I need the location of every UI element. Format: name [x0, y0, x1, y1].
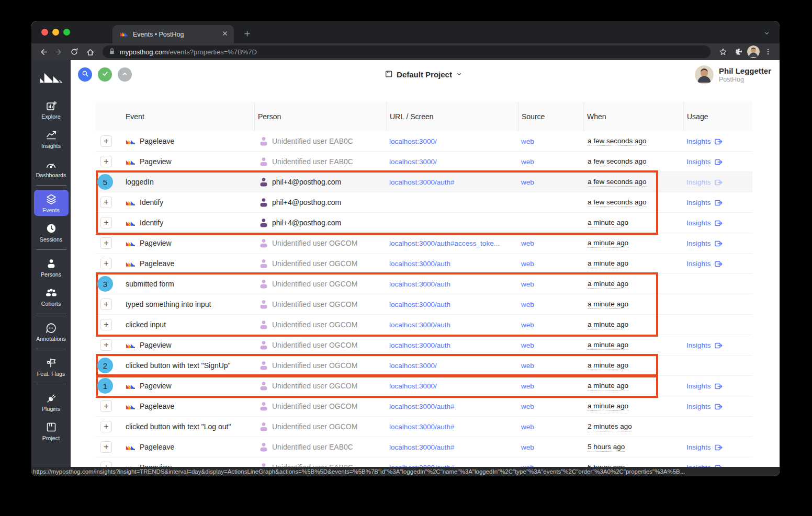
expand-row-button[interactable]: + — [100, 400, 112, 412]
new-tab-button[interactable] — [241, 27, 253, 40]
window-close-button[interactable] — [41, 29, 48, 36]
person-cell[interactable]: Unidentified user OGCOM — [254, 381, 386, 391]
window-zoom-button[interactable] — [63, 29, 70, 36]
project-selector[interactable]: Default Project — [385, 70, 463, 79]
insights-link[interactable]: Insights — [686, 199, 723, 207]
source-link[interactable]: web — [521, 423, 534, 431]
url-link[interactable]: localhost:3000/ — [389, 137, 437, 145]
sidebar-item-persons[interactable]: Persons — [34, 254, 69, 280]
sidebar-item-explore[interactable]: Explore — [34, 96, 69, 122]
url-link[interactable]: localhost:3000/auth — [389, 260, 450, 268]
person-cell[interactable]: phil+4@posthog.com — [254, 218, 386, 227]
search-button[interactable] — [78, 67, 92, 82]
source-link[interactable]: web — [521, 341, 534, 349]
insights-link[interactable]: Insights — [686, 341, 723, 349]
source-link[interactable]: web — [521, 362, 534, 370]
url-link[interactable]: localhost:3000/auth# — [389, 423, 455, 431]
person-cell[interactable]: Unidentified user OGCOM — [254, 320, 386, 329]
home-button[interactable] — [83, 45, 97, 59]
person-cell[interactable]: phil+4@posthog.com — [254, 198, 386, 207]
expand-row-button[interactable]: + — [100, 421, 112, 432]
url-link[interactable]: localhost:3000/auth#access_toke... — [389, 239, 500, 247]
url-link[interactable]: localhost:3000/auth — [389, 301, 450, 308]
expand-row-button[interactable]: + — [100, 135, 112, 147]
source-link[interactable]: web — [521, 280, 534, 288]
sidebar-item-plugins[interactable]: Plugins — [34, 388, 69, 415]
expand-row-button[interactable]: + — [100, 319, 112, 330]
url-link[interactable]: localhost:3000/auth# — [389, 403, 455, 410]
browser-tab-events[interactable]: Events • PostHog — [112, 25, 234, 43]
expand-row-button[interactable]: + — [100, 258, 112, 269]
sidebar-item-project[interactable]: Project — [34, 418, 69, 444]
source-link[interactable]: web — [521, 137, 534, 145]
person-cell[interactable]: Unidentified user OGCOM — [254, 361, 386, 370]
insights-link[interactable]: Insights — [686, 137, 723, 145]
expand-row-button[interactable]: + — [100, 339, 112, 351]
insights-link[interactable]: Insights — [686, 443, 723, 451]
bookmark-star-icon[interactable] — [716, 45, 730, 59]
address-bar[interactable]: myposthog.com/events?properties=%7B%7D — [103, 45, 710, 58]
expand-row-button[interactable]: + — [100, 462, 112, 467]
extensions-puzzle-icon[interactable] — [731, 45, 746, 59]
back-button[interactable] — [36, 45, 50, 59]
person-cell[interactable]: Unidentified user EAB0C — [254, 463, 386, 467]
person-cell[interactable]: Unidentified user EAB0C — [254, 442, 386, 452]
expand-row-button[interactable]: + — [100, 299, 112, 310]
url-link[interactable]: localhost:3000/auth# — [389, 443, 455, 451]
person-cell[interactable]: Unidentified user OGCOM — [254, 340, 386, 350]
status-check-button[interactable] — [98, 67, 112, 82]
expand-row-button[interactable]: + — [100, 441, 112, 453]
source-link[interactable]: web — [521, 239, 534, 247]
source-link[interactable]: web — [521, 464, 534, 467]
source-link[interactable]: web — [521, 260, 534, 268]
sidebar-item-sessions[interactable]: Sessions — [34, 219, 69, 245]
url-link[interactable]: localhost:3000/ — [389, 362, 437, 370]
person-cell[interactable]: Unidentified user OGCOM — [254, 422, 386, 431]
insights-link[interactable]: Insights — [686, 464, 723, 467]
insights-link[interactable]: Insights — [686, 403, 723, 410]
url-link[interactable]: localhost:3000/auth# — [389, 464, 455, 467]
expand-row-button[interactable]: + — [100, 217, 112, 228]
source-link[interactable]: web — [521, 178, 534, 186]
person-cell[interactable]: Unidentified user OGCOM — [254, 238, 386, 248]
user-menu[interactable]: Phil Leggetter PostHog — [695, 65, 772, 84]
sidebar-item-annotations[interactable]: Annotations — [34, 318, 69, 345]
person-cell[interactable]: Unidentified user OGCOM — [254, 259, 386, 268]
expand-row-button[interactable]: + — [100, 197, 112, 208]
sidebar-item-dashboards[interactable]: Dashboards — [34, 155, 69, 181]
source-link[interactable]: web — [521, 382, 534, 390]
sidebar-item-insights[interactable]: Insights — [34, 125, 69, 152]
insights-link[interactable]: Insights — [686, 260, 723, 268]
source-link[interactable]: web — [521, 403, 534, 410]
person-cell[interactable]: phil+4@posthog.com — [254, 177, 386, 187]
person-cell[interactable]: Unidentified user OGCOM — [254, 402, 386, 411]
source-link[interactable]: web — [521, 158, 534, 166]
source-link[interactable]: web — [521, 443, 534, 451]
insights-link[interactable]: Insights — [686, 382, 723, 390]
sidebar-item-events[interactable]: Events — [34, 190, 69, 216]
url-link[interactable]: localhost:3000/ — [389, 158, 437, 166]
tab-close-icon[interactable] — [221, 30, 229, 39]
forward-button[interactable] — [51, 45, 66, 59]
browser-profile-avatar[interactable] — [747, 45, 760, 58]
insights-link[interactable]: Insights — [686, 239, 723, 247]
insights-link[interactable]: Insights — [686, 219, 723, 227]
person-cell[interactable]: Unidentified user OGCOM — [254, 279, 386, 289]
source-link[interactable]: web — [521, 301, 534, 308]
window-minimize-button[interactable] — [52, 29, 59, 36]
url-link[interactable]: localhost:3000/auth — [389, 280, 450, 288]
expand-row-button[interactable]: + — [100, 237, 112, 249]
url-link[interactable]: localhost:3000/auth — [389, 341, 450, 349]
insights-link[interactable]: Insights — [686, 178, 723, 186]
reload-button[interactable] — [67, 45, 82, 59]
posthog-logo[interactable] — [38, 67, 64, 88]
insights-link[interactable]: Insights — [686, 158, 723, 166]
source-link[interactable]: web — [521, 321, 534, 329]
person-cell[interactable]: Unidentified user EAB0C — [254, 136, 386, 146]
sidebar-item-feat-flags[interactable]: Feat. Flags — [34, 353, 69, 380]
tab-search-chevron-icon[interactable] — [761, 27, 772, 39]
expand-row-button[interactable]: + — [100, 156, 112, 167]
url-link[interactable]: localhost:3000/ — [389, 382, 437, 390]
browser-menu-dots-icon[interactable] — [761, 45, 775, 59]
sidebar-item-cohorts[interactable]: Cohorts — [34, 283, 69, 309]
